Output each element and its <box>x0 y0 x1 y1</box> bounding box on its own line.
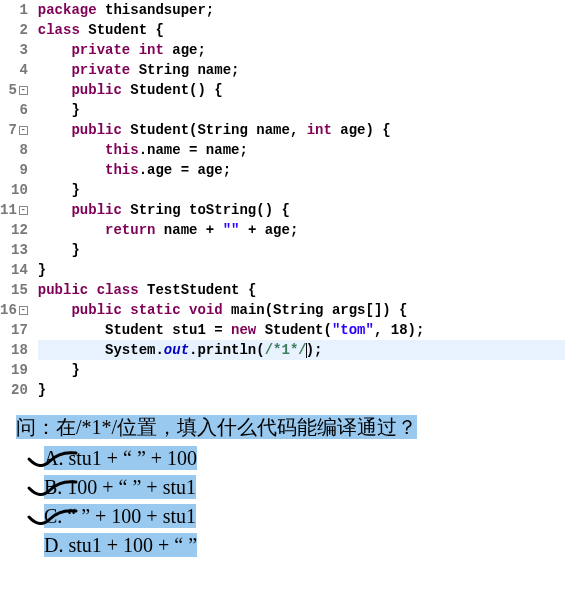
answer-option-text: A. stu1 + “ ” + 100 <box>44 446 197 470</box>
code-line[interactable]: package thisandsuper; <box>38 0 565 20</box>
question-area: 问：在/*1*/位置，填入什么代码能编译通过？ A. stu1 + “ ” + … <box>0 414 565 557</box>
line-number: 7- <box>0 120 28 140</box>
question-prompt-text: 问：在/*1*/位置，填入什么代码能编译通过？ <box>16 415 417 439</box>
fold-toggle-icon[interactable]: - <box>19 306 28 315</box>
code-line[interactable]: } <box>38 180 565 200</box>
code-line[interactable]: return name + "" + age; <box>38 220 565 240</box>
line-number: 18 <box>0 340 28 360</box>
line-number: 13 <box>0 240 28 260</box>
code-line[interactable]: public class TestStudent { <box>38 280 565 300</box>
code-line[interactable]: this.name = name; <box>38 140 565 160</box>
line-number: 1 <box>0 0 28 20</box>
line-number: 15 <box>0 280 28 300</box>
code-line[interactable]: } <box>38 380 565 400</box>
fold-toggle-icon[interactable]: - <box>19 86 28 95</box>
code-line[interactable]: } <box>38 240 565 260</box>
line-number: 4 <box>0 60 28 80</box>
code-line[interactable]: } <box>38 100 565 120</box>
line-number: 8 <box>0 140 28 160</box>
answer-option: C. “ ” + 100 + stu1 <box>44 505 565 528</box>
answer-option: A. stu1 + “ ” + 100 <box>44 447 565 470</box>
fold-toggle-icon[interactable]: - <box>19 126 28 135</box>
line-number-gutter: 12345-67-891011-1213141516-17181920 <box>0 0 32 400</box>
answer-option: D. stu1 + 100 + “ ” <box>44 534 565 557</box>
code-line[interactable]: public Student(String name, int age) { <box>38 120 565 140</box>
code-line[interactable]: } <box>38 260 565 280</box>
line-number: 10 <box>0 180 28 200</box>
code-line[interactable]: class Student { <box>38 20 565 40</box>
code-line[interactable]: private String name; <box>38 60 565 80</box>
line-number: 9 <box>0 160 28 180</box>
line-number: 11- <box>0 200 28 220</box>
line-number: 16- <box>0 300 28 320</box>
line-number: 3 <box>0 40 28 60</box>
code-line[interactable]: System.out.println(/*1*/); <box>38 340 565 360</box>
code-line[interactable]: } <box>38 360 565 380</box>
line-number: 19 <box>0 360 28 380</box>
code-line[interactable]: private int age; <box>38 40 565 60</box>
line-number: 2 <box>0 20 28 40</box>
line-number: 6 <box>0 100 28 120</box>
code-area[interactable]: package thisandsuper;class Student { pri… <box>32 0 565 400</box>
answer-option: B. 100 + “ ” + stu1 <box>44 476 565 499</box>
line-number: 14 <box>0 260 28 280</box>
code-line[interactable]: public Student() { <box>38 80 565 100</box>
answer-option-text: B. 100 + “ ” + stu1 <box>44 475 196 499</box>
code-line[interactable]: public String toString() { <box>38 200 565 220</box>
line-number: 20 <box>0 380 28 400</box>
line-number: 17 <box>0 320 28 340</box>
code-editor: 12345-67-891011-1213141516-17181920 pack… <box>0 0 565 400</box>
fold-toggle-icon[interactable]: - <box>19 206 28 215</box>
code-line[interactable]: Student stu1 = new Student("tom", 18); <box>38 320 565 340</box>
code-line[interactable]: public static void main(String args[]) { <box>38 300 565 320</box>
question-prompt: 问：在/*1*/位置，填入什么代码能编译通过？ <box>16 414 565 441</box>
line-number: 12 <box>0 220 28 240</box>
code-line[interactable]: this.age = age; <box>38 160 565 180</box>
line-number: 5- <box>0 80 28 100</box>
answer-option-text: C. “ ” + 100 + stu1 <box>44 504 196 528</box>
answer-option-text: D. stu1 + 100 + “ ” <box>44 533 197 557</box>
